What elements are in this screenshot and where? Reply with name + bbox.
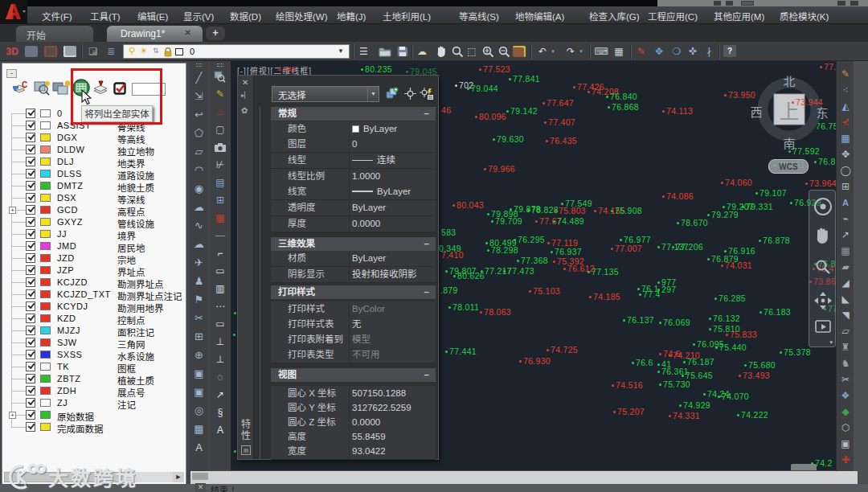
svg-text:东: 东 (816, 106, 828, 120)
svg-text:C: C (22, 80, 27, 89)
svg-text:西: 西 (750, 105, 762, 119)
svg-text:南: 南 (783, 137, 795, 150)
svg-text:北: 北 (783, 75, 795, 88)
svg-text:大数跨境: 大数跨境 (48, 467, 138, 490)
